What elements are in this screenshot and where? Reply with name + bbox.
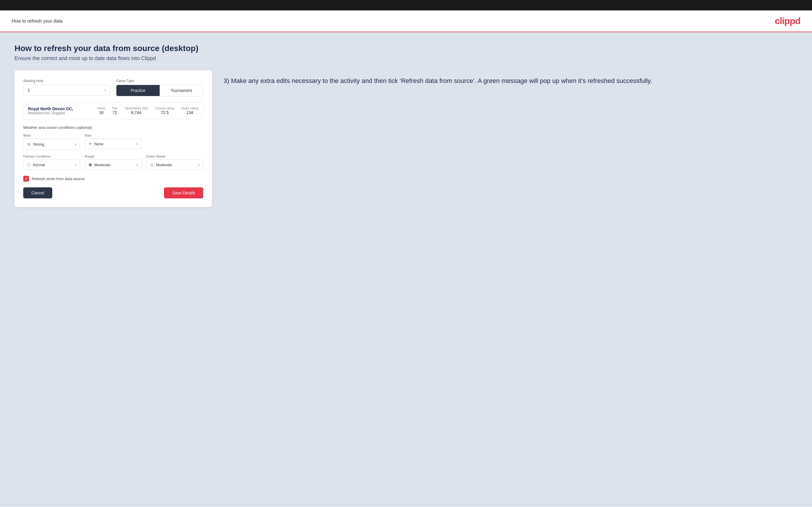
yards-value: 6,744: [131, 110, 141, 115]
stat-par: Par 72: [112, 106, 117, 115]
refresh-checkbox[interactable]: [23, 176, 29, 181]
conditions-row-2: Fairway Conditions Normal ▾ Rough: [23, 155, 203, 170]
rain-group: Rain None ▾: [85, 134, 142, 150]
rough-value: Moderate: [94, 163, 110, 167]
course-location: Westward Ho!, England: [28, 111, 92, 115]
practice-button[interactable]: Practice: [116, 85, 160, 96]
green-speed-value: Moderate: [156, 163, 172, 167]
wind-value: Strong: [33, 142, 44, 147]
rough-label: Rough: [85, 155, 142, 158]
form-row-top: Starting Hole 1 ▾ Game Type Practice: [23, 79, 203, 96]
rough-chevron: ▾: [137, 163, 138, 167]
rain-value: None: [94, 142, 103, 146]
rough-group: Rough Moderate ▾: [85, 155, 142, 170]
game-type-selector: Practice Tournament: [116, 85, 203, 96]
rain-chevron: ▾: [137, 143, 138, 146]
green-speed-chevron: ▾: [198, 163, 199, 167]
course-rating-label: Course rating: [155, 106, 174, 110]
par-label: Par: [112, 106, 117, 110]
slope-rating-label: Slope rating: [181, 106, 198, 110]
wind-chevron: ▾: [75, 143, 77, 146]
starting-hole-select-wrapper: 1 ▾: [23, 85, 110, 96]
refresh-label: Refresh shots from data source: [32, 177, 85, 181]
wind-select[interactable]: Strong ▾: [23, 138, 80, 150]
stat-yards: Yards/White (M)) 6,744: [124, 106, 148, 115]
description-text: 3) Make any extra edits necessary to the…: [223, 76, 798, 86]
fairway-group: Fairway Conditions Normal ▾: [23, 155, 80, 170]
fairway-label: Fairway Conditions: [23, 155, 80, 158]
page-title: How to refresh your data from source (de…: [14, 44, 798, 53]
green-speed-icon: [150, 162, 154, 167]
page-subtitle: Ensure the correct and most up to date d…: [14, 55, 798, 61]
starting-hole-chevron: ▾: [104, 89, 106, 92]
wind-label: Wind: [23, 134, 80, 137]
cancel-button[interactable]: Cancel: [23, 187, 52, 199]
rain-icon: [89, 142, 92, 146]
wind-group: Wind Strong ▾: [23, 134, 80, 150]
rough-select[interactable]: Moderate ▾: [85, 160, 142, 170]
rain-label: Rain: [85, 134, 142, 137]
par-value: 72: [113, 110, 117, 115]
tournament-button[interactable]: Tournament: [160, 85, 203, 96]
rain-select[interactable]: None ▾: [85, 138, 142, 149]
holes-label: Holes: [97, 106, 105, 110]
fairway-icon: [27, 162, 31, 167]
course-info-box: Royal North Devon GC, Westward Ho!, Engl…: [23, 102, 203, 119]
green-speed-select[interactable]: Moderate ▾: [146, 160, 203, 170]
course-main: Royal North Devon GC, Westward Ho!, Engl…: [28, 106, 92, 115]
slope-rating-value: 134: [186, 110, 193, 115]
holes-value: 18: [99, 110, 104, 115]
green-speed-label: Green Speed: [146, 155, 203, 158]
fairway-chevron: ▾: [75, 163, 77, 167]
starting-hole-value: 1: [28, 88, 30, 93]
content-area: Starting Hole 1 ▾ Game Type Practice: [14, 70, 798, 207]
stat-holes: Holes 18: [97, 106, 105, 115]
course-rating-value: 72.5: [161, 110, 169, 115]
green-speed-group: Green Speed Moderate ▾: [146, 155, 203, 170]
starting-hole-label: Starting Hole: [23, 79, 110, 83]
game-type-group: Game Type Practice Tournament: [116, 79, 203, 96]
fairway-value: Normal: [33, 163, 45, 167]
top-bar: [0, 0, 812, 10]
form-actions: Cancel Save Details: [23, 187, 203, 199]
footer: Copyright Clippd 2022: [0, 504, 812, 507]
stat-course-rating: Course rating 72.5: [155, 106, 174, 115]
course-stats: Holes 18 Par 72 Yards/White (M)) 6,744 C…: [97, 106, 198, 115]
game-type-label: Game Type: [116, 79, 203, 83]
starting-hole-group: Starting Hole 1 ▾: [23, 79, 110, 96]
header: How to refresh your data clippd: [0, 10, 812, 32]
rough-icon: [89, 162, 92, 167]
yards-label: Yards/White (M)): [124, 106, 148, 110]
conditions-title: Weather and course conditions (optional): [23, 125, 203, 130]
refresh-checkbox-row: Refresh shots from data source: [23, 176, 203, 181]
stat-slope-rating: Slope rating 134: [181, 106, 198, 115]
description-panel: 3) Make any extra edits necessary to the…: [223, 70, 798, 86]
starting-hole-select[interactable]: 1 ▾: [23, 85, 110, 96]
conditions-row-1: Wind Strong ▾ Rain None: [23, 134, 203, 150]
course-name: Royal North Devon GC,: [28, 106, 92, 111]
header-title: How to refresh your data: [12, 18, 62, 24]
wind-icon: [27, 142, 31, 147]
logo: clippd: [775, 16, 800, 26]
form-card: Starting Hole 1 ▾ Game Type Practice: [14, 70, 212, 207]
fairway-select[interactable]: Normal ▾: [23, 160, 80, 170]
main-content: How to refresh your data from source (de…: [0, 32, 812, 504]
save-button[interactable]: Save Details: [164, 187, 203, 199]
